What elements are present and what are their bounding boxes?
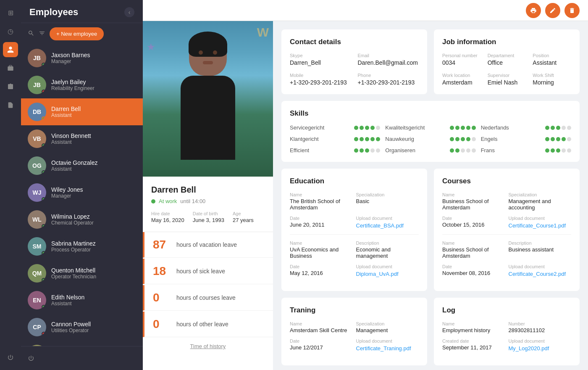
employee-avatar: DB [28,103,46,121]
skill-dot [354,137,358,141]
edu-name-field: NameThe British School of Amsterdam [290,192,353,211]
skill-dot [466,126,470,130]
status-dot [42,116,46,121]
skill-dot [545,126,549,130]
employee-item[interactable]: DB Darren Bell Assistant [21,98,143,125]
time-of-history-link[interactable]: Time of history [143,338,273,354]
skill-item: Organiseren [385,147,475,153]
employee-role: Chemical Operator [51,220,136,226]
clipboard-icon[interactable] [3,79,18,94]
course-doc-link[interactable]: Certificate_Course1.pdf [509,222,566,229]
skill-dot [455,126,459,130]
course-grid2: DateOctober 15, 2016 Upload documentCert… [442,216,571,229]
skill-dots [545,126,571,130]
edu-doc-link[interactable]: Certificate_BSA.pdf [356,222,404,229]
document-icon[interactable] [3,98,18,113]
employee-item[interactable]: JB Jaxson Barnes Manager [21,45,143,71]
skill-dot [376,126,380,130]
log-card: Log NameEmployment history Number2893028… [434,298,580,365]
employee-item[interactable]: CP Cannon Powell Utilities Operator [21,314,143,341]
profile-right-panel: Contact details SkypeDarren_BellEmailDar… [273,21,588,370]
sidebar-power-icon[interactable] [28,351,136,366]
power-icon[interactable] [3,350,18,365]
skill-dot [461,126,465,130]
employee-avatar: JB [28,49,46,67]
employee-role: Operator Technician [51,274,136,280]
job-info-card: Job information Personal number0034Depar… [434,29,580,94]
skill-name: Klantgericht [290,136,319,142]
print-button[interactable] [526,3,541,18]
status-label: At work [159,198,177,204]
log-doc-link[interactable]: My_Log2020.pdf [509,345,549,352]
skill-dot [354,148,358,153]
course-name-field: NameBusiness School of Amsterdam [442,240,505,259]
sidebar-search-row: + New employee [21,23,143,45]
skill-item: Servicegericht [290,124,380,131]
training-card: Traning NameAmsterdam Skill Centre Speci… [281,298,427,365]
field-value: Darren_Bell [290,59,351,66]
employee-item[interactable]: SM Sabrina Martinez Process Operator [21,233,143,260]
employee-avatar: QM [28,264,46,283]
employee-item[interactable]: VB Vinson Bennett Assistant [21,125,143,152]
contact-field: EmailDaren.Bell@gmail.com [358,53,419,66]
skill-name: Organiseren [385,147,415,153]
course-doc-link[interactable]: Certificate_Course2.pdf [509,271,566,277]
edu-spec-field: SpecializationBasic [356,192,419,211]
employee-name: Wiley Jones [51,186,136,193]
employee-item[interactable]: OG Octavie Gonzalez Assistant [21,152,143,179]
briefcase-icon[interactable] [3,61,18,76]
grid-icon[interactable]: ⊞ [3,5,18,20]
sidebar-collapse-button[interactable]: ‹ [124,7,134,17]
skill-dots [545,148,571,153]
course-name-field: NameBusiness School of Amsterdam [442,192,505,211]
skill-dot [365,137,369,141]
skill-dot [354,126,358,130]
search-icon[interactable] [28,30,34,38]
course-date-field: DateNovember 08, 2016 [442,264,505,278]
main-content: W ★ Darren Bell At work until 14:00 Hire… [143,0,588,370]
skill-dot [360,137,364,141]
delete-button[interactable] [564,3,580,18]
profile-dates: Hire date May 16, 2020 Date of birth Jun… [151,211,265,223]
job-field: Work ShiftMorning [533,73,571,86]
filter-icon[interactable] [39,30,45,38]
employee-avatar: VB [28,130,46,148]
leave-number: 0 [153,291,170,304]
contact-field: Mobile+1-320-293-201-2193 [290,73,351,86]
profile-left-panel: W ★ Darren Bell At work until 14:00 Hire… [143,21,273,370]
skill-dot [472,148,476,153]
skill-dot [472,137,476,141]
dob-value: June 3, 1993 [193,217,224,223]
new-employee-button[interactable]: + New employee [50,27,104,40]
skill-dot [360,148,364,153]
leave-item: 0 hours of courses leave [143,285,273,311]
employee-avatar: OG [28,156,46,175]
skill-dot [370,126,375,130]
training-doc-link[interactable]: Certificate_Traning.pdf [356,345,411,352]
employee-item[interactable]: QM Quenton Mitchell Operator Technician [21,260,143,287]
training-log-row: Traning NameAmsterdam Skill Centre Speci… [281,298,580,365]
employee-name: Quenton Mitchell [51,267,136,274]
profile-status: At work until 14:00 [151,198,265,204]
log-date-field: Created dateSeptember 11, 2017 [442,338,505,352]
employee-name: Sabrina Martinez [51,240,136,247]
course-spec-field: SpecializationManagement and accounting [509,192,572,211]
skill-item: Frans [481,147,571,153]
skill-item: Engels [481,136,571,142]
field-value: Emiel Nash [488,79,526,86]
employee-item[interactable]: JB Jaelyn Bailey Reliability Engineer [21,71,143,98]
employee-item[interactable]: FR Fischer Rivera Machinery Engineer [21,341,143,346]
employee-item[interactable]: WJ Wiley Jones Manager [21,179,143,206]
clock-icon[interactable]: ◷ [3,24,18,39]
edit-button[interactable] [545,3,560,18]
course-entry: NameBusiness School of Amsterdam Special… [442,192,571,229]
employee-role: Assistant [51,166,136,172]
employee-item[interactable]: EN Edith Nelson Assistant [21,287,143,314]
job-field: DepartamentOffice [488,53,526,66]
person-icon[interactable] [3,42,18,57]
status-dot [42,224,46,228]
edu-doc-link[interactable]: Diploma_UvA.pdf [356,271,399,277]
employee-item[interactable]: WL Wilmina Lopez Chemical Operator [21,206,143,233]
skills-title: Skills [290,109,571,118]
sidebar-title: Employees [29,7,78,18]
